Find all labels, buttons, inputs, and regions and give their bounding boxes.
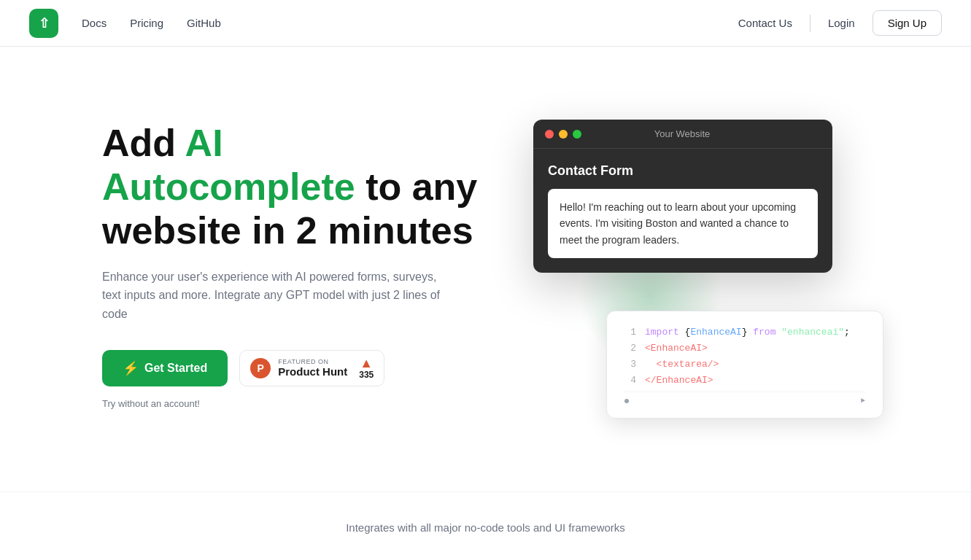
hero-actions: ⚡ Get Started P FEATURED ON Product Hunt… (102, 350, 481, 386)
kw-enhanceai: EnhanceAI (690, 327, 741, 338)
traffic-lights (545, 130, 581, 139)
browser-title: Your Website (654, 128, 711, 139)
code-line-2: 2 <EnhanceAI> (624, 341, 865, 357)
nav-github[interactable]: GitHub (187, 17, 221, 29)
logo[interactable]: ⇧ (29, 9, 58, 38)
code-line-3: 3 <textarea/> (624, 357, 865, 373)
navbar: ⇧ Docs Pricing GitHub Contact Us Login S… (0, 0, 971, 47)
try-without-account[interactable]: Try without an account! (102, 398, 481, 409)
logos-row: shopify Wix .bubble webflow Framer shopi… (29, 557, 942, 560)
line-num-3: 3 (624, 357, 636, 373)
hero-right: Your Website Contact Form Hello! I'm rea… (519, 120, 869, 411)
ph-text: FEATURED ON Product Hunt (278, 358, 347, 378)
code-line-1: 1 import {EnhanceAI} from "enhanceai"; (624, 324, 865, 341)
get-started-label: Get Started (144, 362, 207, 375)
line-num-1: 1 (624, 324, 636, 341)
browser-content: Contact Form Hello! I'm reaching out to … (533, 149, 832, 273)
dot-red (545, 130, 554, 139)
scroll-arrow: ► (861, 397, 865, 405)
nav-divider (810, 15, 811, 32)
nav-right: Contact Us Login Sign Up (738, 10, 942, 36)
hero-left: Add AI Autocomplete to any website in 2 … (102, 122, 481, 408)
line-num-2: 2 (624, 341, 636, 357)
ph-count: 335 (359, 370, 374, 380)
login-link[interactable]: Login (828, 17, 855, 29)
logo-icon: ⇧ (39, 15, 50, 31)
dot-yellow (559, 130, 568, 139)
hero-description: Enhance your user's experience with AI p… (102, 268, 445, 324)
scroll-dot (624, 399, 629, 403)
nav-left: ⇧ Docs Pricing GitHub (29, 9, 221, 38)
product-hunt-badge[interactable]: P FEATURED ON Product Hunt ▲ 335 (239, 350, 384, 386)
kw-import: import (645, 327, 685, 338)
signup-button[interactable]: Sign Up (873, 10, 942, 36)
ph-featured-label: FEATURED ON (278, 358, 347, 365)
nav-pricing[interactable]: Pricing (130, 17, 163, 29)
line-num-4: 4 (624, 373, 636, 389)
integrations-section: Integrates with all major no-code tools … (0, 491, 971, 560)
integrations-label: Integrates with all major no-code tools … (29, 521, 942, 534)
nav-docs[interactable]: Docs (82, 17, 107, 29)
ph-upvote-arrow: ▲ (360, 357, 373, 370)
ph-score: ▲ 335 (359, 357, 374, 380)
browser-bar: Your Website (533, 120, 832, 149)
hero-title: Add AI Autocomplete to any website in 2 … (102, 122, 481, 252)
code-snippet: 1 import {EnhanceAI} from "enhanceai"; 2… (606, 311, 883, 419)
product-hunt-logo: P (250, 358, 271, 378)
code-scroll-hint: ► (624, 392, 865, 405)
title-part1: Add (102, 122, 185, 164)
form-textarea: Hello! I'm reaching out to learn about y… (548, 189, 818, 258)
wix-logo: Wix (287, 557, 330, 560)
get-started-button[interactable]: ⚡ Get Started (102, 350, 228, 386)
contact-us-link[interactable]: Contact Us (738, 17, 792, 29)
form-title: Contact Form (548, 163, 818, 179)
lightning-icon: ⚡ (123, 360, 139, 376)
code-line-4: 4 </EnhanceAI> (624, 373, 865, 389)
browser-mockup: Your Website Contact Form Hello! I'm rea… (533, 120, 832, 273)
ph-name: Product Hunt (278, 365, 347, 378)
hero-section: Add AI Autocomplete to any website in 2 … (0, 47, 971, 470)
dot-green-light (573, 130, 581, 139)
